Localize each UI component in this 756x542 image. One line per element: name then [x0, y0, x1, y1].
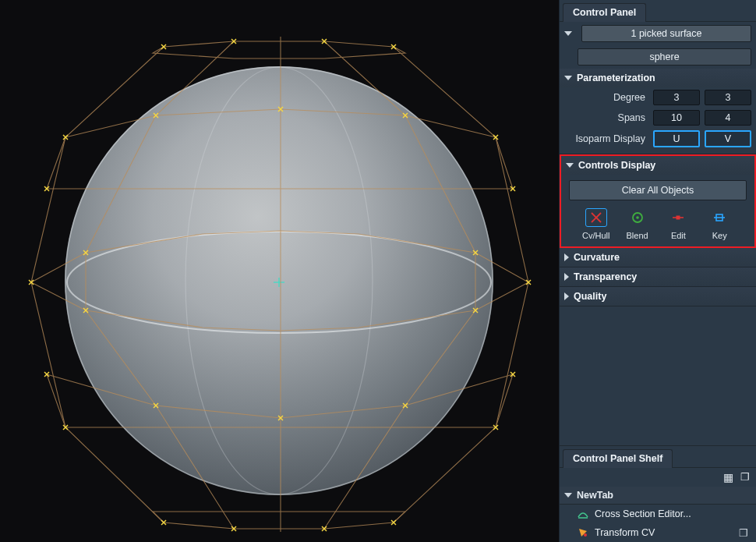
chevron-right-icon — [564, 292, 569, 300]
blend-toggle[interactable]: Blend — [622, 208, 653, 240]
degree-v-input[interactable]: 3 — [705, 90, 751, 105]
chevron-right-icon — [564, 253, 569, 261]
viewport-scene — [0, 0, 559, 542]
section-parameterization: Parameterization Degree 3 3 Spans 10 4 I… — [560, 69, 756, 154]
section-title: Parameterization — [577, 73, 655, 83]
cross-section-icon — [577, 508, 589, 520]
section-head-curvature[interactable]: Curvature — [560, 248, 756, 267]
chevron-down-icon — [564, 493, 572, 498]
svg-rect-68 — [677, 216, 680, 220]
chevron-down-icon[interactable] — [564, 31, 572, 36]
key-label: Key — [712, 231, 727, 240]
shelf-grid-icon[interactable]: ▦ — [723, 471, 734, 484]
cvhull-icon — [585, 208, 607, 227]
shelf-newtab-title: NewTab — [577, 490, 613, 501]
degree-label: Degree — [564, 92, 648, 103]
chevron-right-icon — [564, 273, 569, 281]
section-head-parameterization[interactable]: Parameterization — [560, 69, 756, 87]
key-toggle[interactable]: Key — [704, 208, 735, 240]
edit-icon — [667, 208, 689, 227]
cvhull-toggle[interactable]: Cv/Hull — [581, 208, 612, 240]
blend-label: Blend — [627, 231, 648, 240]
side-panel: Control Panel 1 picked surface sphere Pa… — [559, 0, 756, 542]
section-title: Quality — [574, 291, 606, 302]
shelf-item-cross-section[interactable]: Cross Section Editor... — [560, 505, 756, 523]
transform-cv-icon — [577, 526, 589, 539]
chevron-down-icon — [564, 76, 572, 80]
section-controls-display: Controls Display Clear All Objects Cv/Hu… — [560, 154, 756, 248]
section-head-controls-display[interactable]: Controls Display — [561, 156, 754, 175]
shelf-item-transform-cv[interactable]: Transform CV ❐ — [560, 523, 756, 542]
degree-u-input[interactable]: 3 — [653, 90, 700, 105]
svg-point-66 — [636, 216, 639, 219]
object-name-row: sphere — [560, 45, 756, 69]
picked-surface-button[interactable]: 1 picked surface — [581, 25, 751, 42]
blend-icon — [627, 208, 648, 227]
key-icon — [708, 208, 730, 227]
isoparm-v-toggle[interactable]: V — [705, 130, 751, 147]
edit-label: Edit — [671, 231, 686, 240]
section-quality: Quality — [560, 287, 756, 306]
picked-row: 1 picked surface — [560, 22, 756, 45]
object-name-button[interactable]: sphere — [578, 48, 751, 66]
section-head-transparency[interactable]: Transparency — [560, 267, 756, 286]
shelf-view-controls: ▦ ❐ — [560, 468, 756, 487]
edit-toggle[interactable]: Edit — [662, 208, 694, 240]
spans-u-input[interactable]: 10 — [653, 110, 700, 126]
chevron-down-icon — [566, 163, 574, 168]
shelf-tabrow: Control Panel Shelf — [560, 445, 756, 468]
shelf-item-label: Cross Section Editor... — [595, 508, 691, 519]
clear-all-objects-button[interactable]: Clear All Objects — [569, 180, 747, 200]
section-title: Controls Display — [578, 160, 655, 171]
controls-display-buttons: Cv/Hull Blend Edit — [561, 207, 754, 240]
control-panel-tab[interactable]: Control Panel — [563, 3, 646, 22]
isoparm-label: Isoparm Display — [564, 133, 648, 144]
section-transparency: Transparency — [560, 267, 756, 287]
section-head-quality[interactable]: Quality — [560, 287, 756, 306]
cvhull-label: Cv/Hull — [582, 231, 609, 240]
control-panel-body: 1 picked surface sphere Parameterization… — [560, 22, 756, 306]
svg-point-73 — [584, 533, 587, 537]
spans-v-input[interactable]: 4 — [705, 110, 751, 126]
section-title: Transparency — [574, 271, 637, 282]
control-panel-tabrow: Control Panel — [560, 0, 756, 22]
section-title: Curvature — [574, 252, 620, 263]
shelf-copy-icon[interactable]: ❐ — [739, 527, 748, 539]
shelf-copy-icon[interactable]: ❐ — [740, 471, 750, 484]
spans-label: Spans — [564, 112, 648, 123]
viewport-3d[interactable] — [0, 0, 559, 542]
shelf-newtab-head[interactable]: NewTab — [560, 487, 756, 505]
isoparm-u-toggle[interactable]: U — [653, 130, 700, 147]
shelf-tab[interactable]: Control Panel Shelf — [563, 449, 673, 468]
shelf-item-label: Transform CV — [595, 527, 655, 538]
section-curvature: Curvature — [560, 248, 756, 267]
